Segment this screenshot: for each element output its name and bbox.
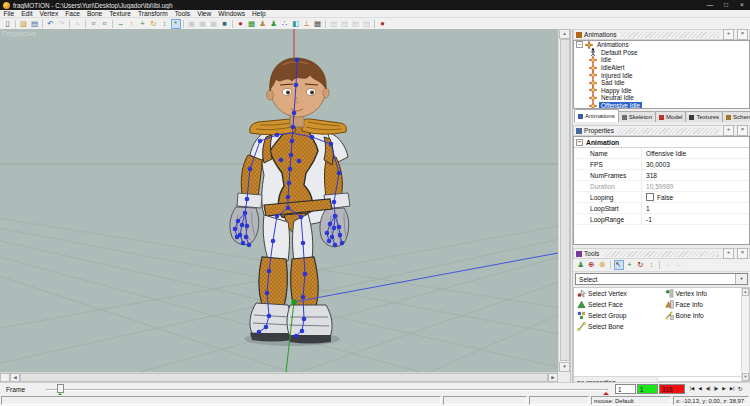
close-panel-icon[interactable]: × [737, 248, 748, 259]
property-value[interactable]: 318 [642, 170, 749, 180]
looping-checkbox[interactable] [646, 193, 654, 201]
close-panel-icon[interactable]: × [737, 29, 748, 40]
tree-item-happy-idle[interactable]: Happy Idle [574, 87, 749, 95]
select-vertex-item[interactable]: Select Vertex [574, 288, 662, 299]
loop-end-box[interactable]: 318 [659, 384, 685, 394]
duplicate-icon[interactable]: ▣ [209, 19, 219, 29]
pin-icon[interactable]: + [723, 248, 734, 259]
tab-textures[interactable]: Textures [685, 111, 723, 122]
grid-table-icon[interactable]: ▦ [313, 19, 323, 29]
tab-model[interactable]: Model [655, 111, 686, 122]
history-forward-icon[interactable]: → [674, 260, 684, 270]
open-icon[interactable]: ▨ [19, 19, 29, 29]
menu-bone[interactable]: Bone [83, 10, 105, 17]
bind-pose-icon[interactable]: ● [236, 19, 246, 29]
close-button[interactable]: × [734, 0, 750, 10]
chevron-down-icon[interactable]: ▼ [735, 274, 747, 284]
scroll-up-icon[interactable]: ▲ [559, 29, 570, 39]
menu-face[interactable]: Face [62, 10, 84, 17]
texture-mode-icon[interactable]: ▦ [247, 19, 257, 29]
split-vertices-icon[interactable]: ¤ [100, 19, 110, 29]
add-bone-icon[interactable]: → [116, 19, 126, 29]
scroll-right-icon[interactable]: ▶ [548, 373, 558, 382]
pin-icon[interactable]: + [723, 29, 734, 40]
bone-delete-tool-icon[interactable]: ⊗ [598, 260, 608, 270]
first-frame-button[interactable]: |◀ [688, 384, 696, 394]
current-frame-input[interactable]: 1 [615, 384, 636, 394]
select-group-item[interactable]: Select Group [574, 310, 662, 321]
maximize-button[interactable]: □ [718, 0, 734, 10]
move-bone-icon[interactable]: + [138, 19, 148, 29]
face-info-item[interactable]: Face Info [662, 299, 750, 310]
menu-help[interactable]: Help [249, 10, 270, 17]
menu-view[interactable]: View [194, 10, 215, 17]
menu-texture[interactable]: Texture [106, 10, 135, 17]
collapse-icon[interactable]: − [576, 41, 583, 48]
loop-playback-button[interactable]: ↻ [736, 384, 744, 394]
paste-icon[interactable]: ▣ [198, 19, 208, 29]
skeleton-mode-icon[interactable]: ♟ [269, 19, 279, 29]
scroll-down-icon[interactable]: ▼ [559, 362, 570, 372]
tree-item-idle[interactable]: Idle [574, 56, 749, 64]
menu-edit[interactable]: Edit [18, 10, 36, 17]
animations-panel-titlebar[interactable]: Animations + × [573, 29, 750, 40]
loop-start-box[interactable]: 1 [637, 384, 658, 394]
menu-vertex[interactable]: Vertex [36, 10, 62, 17]
properties-panel-titlebar[interactable]: Properties + × [573, 125, 750, 136]
history-back-icon[interactable]: ← [663, 260, 673, 270]
insert-bone-icon[interactable]: ↑ [127, 19, 137, 29]
about-icon[interactable]: ● [378, 19, 388, 29]
delete-icon[interactable]: × [73, 19, 83, 29]
tree-item-sad-idle[interactable]: Sad Idle [574, 79, 749, 87]
copy-icon[interactable]: ▣ [187, 19, 197, 29]
tree-root-row[interactable]: − Animations [574, 41, 749, 49]
tree-item-neutral-idle[interactable]: Neutral Idle [574, 94, 749, 102]
property-value[interactable]: 1 [642, 203, 749, 213]
collapse-icon[interactable]: − [576, 139, 583, 146]
viewport-layout-icon[interactable]: ■ [220, 19, 230, 29]
rotate-bone-icon[interactable]: ↻ [149, 19, 159, 29]
paste-keyframe-icon[interactable]: ▤ [362, 19, 372, 29]
property-category[interactable]: − Animation [574, 137, 749, 148]
scroll-left-icon[interactable]: ◀ [10, 373, 20, 382]
tree-item-idlealert[interactable]: IdleAlert [574, 64, 749, 72]
viewport-vertical-scrollbar[interactable]: ▲ ▼ [558, 29, 570, 372]
undo-icon[interactable]: ↶ [46, 19, 56, 29]
menu-windows[interactable]: Windows [215, 10, 249, 17]
pin-icon[interactable]: + [723, 125, 734, 136]
scale-tool-icon[interactable]: ↕ [647, 260, 657, 270]
frame-slider-track[interactable] [46, 389, 608, 391]
tree-item-offensive-idle[interactable]: Offensive Idle [574, 102, 749, 109]
property-value[interactable]: 30,0003 [642, 159, 749, 169]
tab-skeleton[interactable]: Skeleton [618, 111, 656, 122]
add-keyframe-icon[interactable]: ▤ [329, 19, 339, 29]
close-panel-icon[interactable]: × [737, 125, 748, 136]
property-value[interactable]: Offensive Idle [642, 148, 749, 158]
scroll-down-icon[interactable]: ▼ [742, 373, 749, 381]
menu-file[interactable]: File [0, 10, 18, 17]
redo-icon[interactable]: ↷ [57, 19, 67, 29]
next-key-button[interactable]: ▶ [720, 384, 728, 394]
horizontal-scroll-thumb[interactable] [20, 373, 548, 382]
drop-to-floor-icon[interactable]: ⊥ [302, 19, 312, 29]
scale-bone-icon[interactable]: ↕ [160, 19, 170, 29]
tools-scrollbar[interactable]: ▲ ▼ [741, 288, 749, 381]
property-value[interactable]: -1 [642, 214, 749, 224]
next-frame-button[interactable]: |▶ [712, 384, 720, 394]
last-frame-button[interactable]: ▶| [728, 384, 736, 394]
tree-item-default-pose[interactable]: Default Pose [574, 49, 749, 57]
weld-vertices-icon[interactable]: ¤ [89, 19, 99, 29]
menu-transform[interactable]: Transform [134, 10, 171, 17]
vertical-scroll-thumb[interactable] [560, 39, 570, 361]
tools-panel-titlebar[interactable]: Tools + × [573, 248, 750, 259]
pane-split-handle[interactable] [0, 373, 10, 382]
rotate-tool-icon[interactable]: ↻ [636, 260, 646, 270]
prev-frame-button[interactable]: ◀| [704, 384, 712, 394]
perspective-viewport[interactable]: Perspective [0, 29, 558, 372]
vertex-info-item[interactable]: Vertex Info [662, 288, 750, 299]
animate-bones-icon[interactable]: * [171, 19, 181, 29]
bone-info-item[interactable]: Bone Info [662, 310, 750, 321]
skeleton-tool-icon[interactable]: ♟ [576, 260, 586, 270]
remove-keyframe-icon[interactable]: ▤ [340, 19, 350, 29]
bone-create-tool-icon[interactable]: ⊕ [587, 260, 597, 270]
